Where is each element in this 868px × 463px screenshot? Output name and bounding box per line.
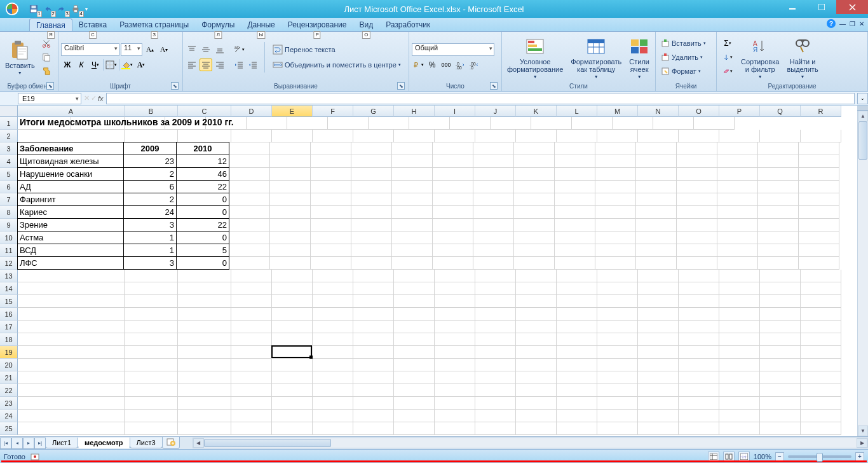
- cell-I4[interactable]: [433, 155, 473, 168]
- cell-D23[interactable]: [231, 397, 272, 410]
- cell-K8[interactable]: [514, 206, 555, 219]
- cell-L9[interactable]: [555, 219, 595, 232]
- tab-Разработчик[interactable]: Разработчик: [379, 18, 437, 31]
- cell-O7[interactable]: [677, 193, 717, 206]
- cell-P12[interactable]: [717, 257, 758, 270]
- cell-Q9[interactable]: [758, 219, 799, 232]
- cell-O18[interactable]: [679, 333, 719, 346]
- cell-J12[interactable]: [473, 257, 514, 270]
- cell-P19[interactable]: [719, 346, 760, 359]
- cell-E21[interactable]: [272, 371, 313, 384]
- copy-icon[interactable]: [40, 51, 53, 64]
- cell-styles-button[interactable]: Стили ячеек▼: [627, 35, 652, 80]
- cell-R20[interactable]: [801, 359, 841, 371]
- cell-L11[interactable]: [555, 244, 595, 257]
- cell-F6[interactable]: [311, 181, 351, 193]
- cell-M21[interactable]: [597, 371, 638, 384]
- cell-K1[interactable]: [409, 117, 450, 130]
- cell-A11[interactable]: ВСД: [17, 244, 124, 257]
- tab-Формулы[interactable]: ФормулыЛ: [195, 18, 241, 31]
- cell-B16[interactable]: [125, 308, 178, 321]
- cell-N24[interactable]: [638, 410, 679, 422]
- cell-F20[interactable]: [313, 359, 353, 371]
- align-left-icon[interactable]: [186, 59, 198, 71]
- row-header-2[interactable]: 2: [0, 130, 18, 142]
- row-header-6[interactable]: 6: [0, 181, 18, 193]
- cell-N19[interactable]: [638, 346, 679, 359]
- align-center-icon[interactable]: [200, 59, 212, 71]
- tab-Рецензирование[interactable]: РецензированиеР: [281, 18, 353, 31]
- cut-icon[interactable]: [40, 37, 53, 50]
- cell-N11[interactable]: [636, 244, 677, 257]
- cell-M5[interactable]: [595, 168, 636, 181]
- cell-P7[interactable]: [717, 193, 758, 206]
- cell-I16[interactable]: [435, 308, 475, 321]
- cell-N2[interactable]: [638, 130, 679, 142]
- new-sheet-icon[interactable]: [162, 437, 180, 449]
- cell-L12[interactable]: [555, 257, 595, 270]
- cell-C10[interactable]: 0: [176, 231, 229, 244]
- cell-A12[interactable]: ЛФС: [17, 256, 124, 270]
- cell-N3[interactable]: [636, 142, 677, 155]
- cell-O4[interactable]: [677, 155, 717, 168]
- cell-C13[interactable]: [178, 270, 231, 282]
- cell-G22[interactable]: [353, 384, 394, 397]
- cell-K15[interactable]: [516, 295, 557, 308]
- find-select-button[interactable]: Найти и выделить▼: [784, 35, 820, 80]
- paste-button[interactable]: Вставить ▼: [3, 39, 37, 76]
- cell-E17[interactable]: [272, 321, 313, 333]
- cell-A16[interactable]: [18, 308, 125, 321]
- cell-E18[interactable]: [272, 333, 313, 346]
- cell-Q4[interactable]: [758, 155, 799, 168]
- cell-D17[interactable]: [231, 321, 272, 333]
- cell-P21[interactable]: [719, 371, 760, 384]
- cell-A8[interactable]: Кариес: [17, 205, 124, 219]
- cell-A23[interactable]: [18, 397, 125, 410]
- font-size-combo[interactable]: 11: [121, 43, 142, 56]
- shrink-font-icon[interactable]: A▾: [158, 43, 170, 56]
- next-sheet-icon[interactable]: ▸: [23, 438, 34, 449]
- cell-K14[interactable]: [516, 282, 557, 295]
- cell-O13[interactable]: [679, 270, 719, 282]
- cell-F3[interactable]: [311, 142, 351, 155]
- cell-J23[interactable]: [475, 397, 516, 410]
- cell-H12[interactable]: [392, 257, 433, 270]
- cell-A15[interactable]: [18, 295, 125, 308]
- insert-cells-button[interactable]: Вставить▾: [658, 37, 709, 50]
- cell-J15[interactable]: [475, 295, 516, 308]
- cell-C8[interactable]: 0: [176, 205, 229, 219]
- cell-B22[interactable]: [125, 384, 178, 397]
- spreadsheet-grid[interactable]: ABCDEFGHIJKLMNOPQR 123456789101112131415…: [0, 106, 868, 436]
- cell-M23[interactable]: [597, 397, 638, 410]
- cell-H17[interactable]: [394, 321, 435, 333]
- cell-R14[interactable]: [801, 282, 841, 295]
- cell-C16[interactable]: [178, 308, 231, 321]
- cell-F7[interactable]: [311, 193, 351, 206]
- cell-P9[interactable]: [717, 219, 758, 232]
- cell-G15[interactable]: [353, 295, 394, 308]
- cell-C19[interactable]: [178, 346, 231, 359]
- cell-R5[interactable]: [799, 168, 839, 181]
- cell-K7[interactable]: [514, 193, 555, 206]
- cell-R19[interactable]: [801, 346, 841, 359]
- cell-F2[interactable]: [313, 130, 353, 142]
- cell-L13[interactable]: [557, 270, 597, 282]
- comma-format-icon[interactable]: 000: [440, 59, 452, 71]
- row-header-25[interactable]: 25: [0, 422, 18, 435]
- col-header-H[interactable]: H: [394, 106, 435, 117]
- cell-H22[interactable]: [394, 384, 435, 397]
- cell-O19[interactable]: [679, 346, 719, 359]
- fill-icon[interactable]: ▾: [719, 51, 736, 64]
- cell-B18[interactable]: [125, 333, 178, 346]
- cell-B8[interactable]: 24: [123, 205, 177, 219]
- mdi-close-icon[interactable]: ✕: [859, 20, 864, 27]
- cell-H8[interactable]: [392, 206, 433, 219]
- cell-N23[interactable]: [638, 397, 679, 410]
- cell-C11[interactable]: 5: [176, 244, 229, 257]
- col-header-F[interactable]: F: [313, 106, 353, 117]
- cell-Q15[interactable]: [760, 295, 801, 308]
- cell-N1[interactable]: [531, 117, 572, 130]
- cell-F19[interactable]: [313, 346, 353, 359]
- cell-P10[interactable]: [717, 232, 758, 244]
- cell-J16[interactable]: [475, 308, 516, 321]
